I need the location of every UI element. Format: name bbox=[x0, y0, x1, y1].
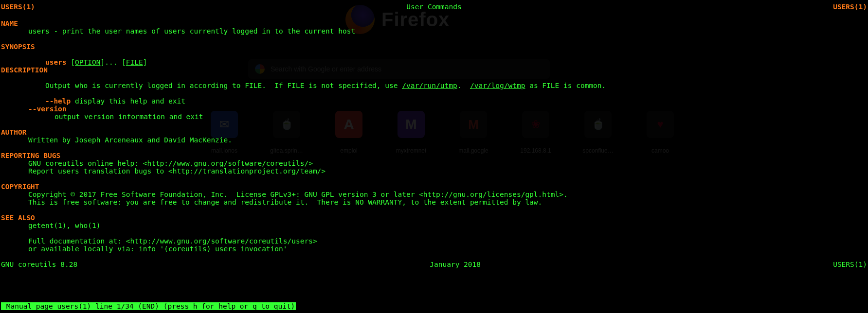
synopsis-file: FILE bbox=[126, 58, 143, 66]
section-synopsis-heading: SYNOPSIS bbox=[1, 43, 867, 51]
section-author-body: Written by Joseph Arceneaux and David Ma… bbox=[28, 136, 867, 144]
path-wtmp: /var/log/wtmp bbox=[470, 82, 525, 89]
section-bugs-l1: GNU coreutils online help: <http://www.g… bbox=[28, 159, 867, 167]
section-seealso-l2: Full documentation at: <http://www.gnu.o… bbox=[28, 237, 867, 245]
section-seealso-heading: SEE ALSO bbox=[1, 214, 867, 222]
manpage-header: USERS(1) User Commands USERS(1) bbox=[1, 3, 867, 11]
section-copyright-l2: This is free software: you are free to c… bbox=[28, 198, 867, 206]
footer-right: USERS(1) bbox=[833, 261, 867, 268]
section-seealso-l1: getent(1), who(1) bbox=[28, 222, 867, 229]
section-bugs-l2: Report users translation bugs to <http:/… bbox=[28, 167, 867, 175]
header-left: USERS(1) bbox=[1, 3, 35, 11]
section-author-heading: AUTHOR bbox=[1, 128, 867, 136]
header-center: User Commands bbox=[406, 3, 462, 11]
footer-center: January 2018 bbox=[430, 261, 481, 268]
section-name-heading: NAME bbox=[1, 19, 867, 27]
option-version-flag: --version bbox=[28, 105, 867, 113]
section-name-body: users - print the user names of users cu… bbox=[28, 27, 867, 35]
section-seealso-l3: or available locally via: info '(coreuti… bbox=[28, 245, 867, 253]
section-description-heading: DESCRIPTION bbox=[1, 66, 867, 74]
synopsis-cmd: users bbox=[45, 58, 67, 66]
terminal-manpage[interactable]: USERS(1) User Commands USERS(1) NAME use… bbox=[0, 0, 868, 313]
section-bugs-heading: REPORTING BUGS bbox=[1, 152, 867, 159]
header-right: USERS(1) bbox=[833, 3, 867, 11]
footer-left: GNU coreutils 8.28 bbox=[1, 261, 77, 268]
path-utmp: /var/run/utmp bbox=[402, 82, 457, 89]
section-copyright-heading: COPYRIGHT bbox=[1, 183, 867, 191]
section-copyright-l1: Copyright © 2017 Free Software Foundatio… bbox=[28, 191, 867, 198]
option-version-text: output version information and exit bbox=[54, 113, 867, 121]
synopsis-option: OPTION bbox=[75, 58, 100, 66]
manpage-footer: GNU coreutils 8.28 January 2018 USERS(1) bbox=[1, 261, 867, 268]
less-status-line[interactable]: Manual page users(1) line 1/34 (END) (pr… bbox=[1, 302, 296, 310]
